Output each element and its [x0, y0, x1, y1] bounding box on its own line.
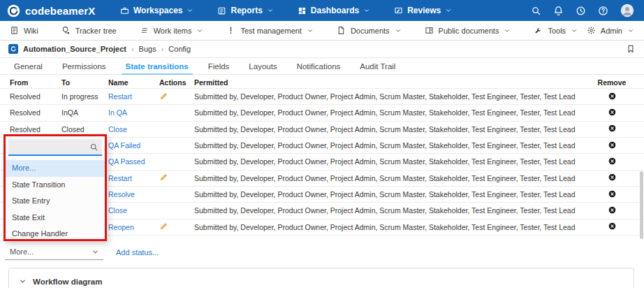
cell-permitted: Submitted by, Developer, Product Owner, … [194, 206, 585, 215]
transition-name-link[interactable]: QA Passed [108, 157, 159, 166]
dropdown-option-more[interactable]: More... [6, 160, 105, 177]
tab-permissions[interactable]: Permissions [52, 58, 116, 74]
menu-label: Reviews [407, 6, 441, 15]
breadcrumb-bugs[interactable]: Bugs [139, 45, 156, 53]
search-icon[interactable] [531, 6, 541, 16]
vertical-scrollbar-thumb[interactable] [640, 171, 643, 239]
cell-permitted: Submitted by, Developer, Product Owner, … [194, 125, 585, 134]
cell-remove [608, 124, 616, 134]
topbar-menu-workspaces[interactable]: Workspaces [120, 6, 193, 15]
remove-icon[interactable] [608, 124, 616, 132]
project-icon [8, 44, 18, 54]
cell-permitted: Submitted by, Developer, Product Owner, … [194, 141, 585, 150]
remove-icon[interactable] [608, 190, 616, 198]
workflow-diagram-panel[interactable]: Workflow diagram [8, 268, 634, 288]
chevron-down-icon [363, 7, 370, 14]
chevron-down-icon [571, 27, 578, 34]
toolbar-item-test-management[interactable]: Test management [226, 26, 313, 35]
cell-permitted: Submitted by, Developer, Product Owner, … [194, 108, 585, 117]
dashboards-icon [298, 6, 307, 15]
toolbar-item-label: Admin [601, 27, 622, 35]
chevron-down-icon [19, 278, 27, 285]
toolbar-item-tools[interactable]: Tools [534, 26, 578, 35]
cell-to: InQA [61, 108, 108, 117]
transition-name-link[interactable]: Close [108, 125, 159, 134]
topbar-menu-dashboards[interactable]: Dashboards [298, 6, 370, 15]
wiki-icon [10, 26, 19, 35]
logo-text: codebeamerX [25, 5, 96, 17]
menu-label: Dashboards [311, 6, 359, 15]
remove-icon[interactable] [608, 108, 616, 116]
toolbar-item-tracker-tree[interactable]: Tracker tree [61, 26, 117, 35]
chevron-down-icon [445, 7, 452, 14]
remove-icon[interactable] [608, 173, 616, 181]
toolbar-item-documents[interactable]: Documents [337, 26, 402, 35]
more-select[interactable]: More... [5, 245, 103, 260]
logo[interactable]: codebeamerX [7, 4, 110, 17]
transition-name-link[interactable]: Reopen [108, 223, 159, 231]
cell-permitted: Submitted by, Developer, Product Owner, … [194, 92, 585, 101]
chevron-down-icon [92, 248, 99, 256]
add-status-link[interactable]: Add status... [116, 248, 159, 257]
toolbar-item-work-items[interactable]: Work items [140, 26, 204, 35]
cell-remove [608, 190, 616, 199]
dropdown-option-state-entry[interactable]: State Entry [6, 193, 105, 210]
cell-actions [159, 222, 194, 232]
toolbar-item-label: Tracker tree [75, 27, 117, 35]
pencil-icon[interactable] [159, 222, 168, 231]
remove-icon[interactable] [608, 141, 616, 149]
cell-remove [608, 92, 616, 101]
cell-from: Resolved [10, 108, 61, 117]
toolbar-item-wiki[interactable]: Wiki [10, 26, 38, 35]
transition-name-link[interactable]: Restart [108, 92, 159, 101]
pencil-icon[interactable] [159, 92, 168, 101]
transition-name-link[interactable]: In QA [108, 108, 159, 117]
breadcrumb-config[interactable]: Config [168, 45, 191, 53]
remove-icon[interactable] [608, 222, 616, 230]
notifications-bell-icon[interactable] [553, 6, 564, 16]
remove-icon[interactable] [608, 157, 616, 165]
col-header-remove: Remove [598, 78, 627, 87]
menu-label: Workspaces [133, 6, 182, 15]
transition-name-link[interactable]: Resolve [108, 190, 159, 199]
dropdown-search-input[interactable] [8, 139, 89, 154]
breadcrumb-project[interactable]: Automation_Source_Project [23, 45, 126, 53]
remove-icon[interactable] [608, 206, 616, 214]
tab-fields[interactable]: Fields [198, 58, 240, 74]
dropdown-option-change-handler[interactable]: Change Handler [6, 226, 105, 241]
remove-icon[interactable] [608, 92, 616, 100]
cell-remove [608, 141, 616, 150]
topbar-menu-reports[interactable]: Reports [217, 6, 273, 15]
transition-name-link[interactable]: Close [108, 206, 159, 215]
chevron-down-icon [196, 27, 203, 34]
tab-layouts[interactable]: Layouts [239, 58, 286, 74]
tab-general[interactable]: General [4, 58, 52, 74]
topbar-menu-reviews[interactable]: Reviews [394, 6, 452, 15]
dropdown-option-state-transition[interactable]: State Transition [6, 177, 105, 194]
toolbar-item-label: Wiki [24, 27, 38, 35]
cell-to: In progress [61, 92, 108, 101]
cell-permitted: Submitted by, Developer, Product Owner, … [194, 174, 585, 182]
workspaces-icon [120, 6, 129, 15]
table-header: From To Name Actions Permitted Remove [0, 76, 644, 88]
bookmark-icon[interactable] [626, 44, 636, 54]
pencil-icon[interactable] [159, 173, 168, 182]
topbar-actions [531, 3, 637, 17]
tab-state-transitions[interactable]: State transitions [116, 58, 198, 74]
gear-icon [587, 26, 596, 35]
transition-name-link[interactable]: Restart [108, 174, 159, 182]
dropdown-option-state-exit[interactable]: State Exit [6, 210, 105, 226]
codebeamer-logo-icon [7, 4, 20, 17]
cell-permitted: Submitted by, Developer, Product Owner, … [194, 223, 585, 231]
tab-notifications[interactable]: Notifications [287, 58, 351, 74]
toolbar-item-public-documents[interactable]: Public documents [425, 26, 511, 35]
toolbar-item-admin[interactable]: Admin [587, 26, 634, 35]
avatar[interactable] [620, 3, 634, 17]
transition-name-link[interactable]: QA Failed [108, 141, 159, 150]
transition-row: ResolvedInQAIn QASubmitted by, Developer… [0, 105, 644, 121]
exclamation-icon [226, 26, 235, 35]
history-icon[interactable] [576, 6, 586, 16]
breadcrumb-separator: › [131, 45, 134, 53]
help-icon[interactable] [598, 6, 608, 16]
tab-audit-trail[interactable]: Audit Trail [350, 58, 405, 74]
